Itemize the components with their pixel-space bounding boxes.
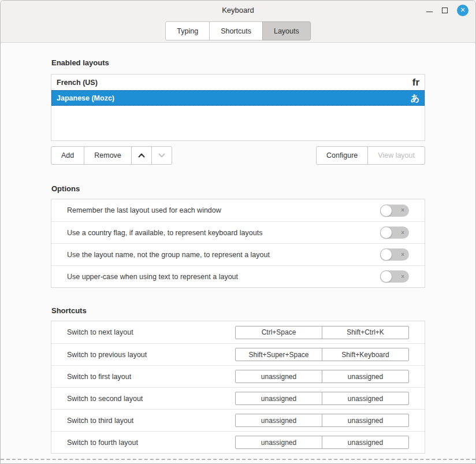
toggle-switch[interactable]: × [380,227,409,239]
toggle-knob [380,248,392,261]
close-icon: ✕ [460,7,465,13]
chevron-up-icon [137,151,146,159]
keybinding-group: unassignedunassigned [235,436,409,449]
toggle-off-x-icon: × [401,251,404,257]
view-layout-button[interactable]: View layout [367,146,425,165]
tab-typing[interactable]: Typing [165,21,210,40]
shortcut-row: Switch to previous layoutShift+Super+Spa… [51,343,425,365]
option-row: Use the layout name, not the group name,… [51,243,425,265]
shortcuts-card: Switch to next layoutCtrl+SpaceShift+Ctr… [51,321,425,454]
enabled-layouts-heading: Enabled layouts [51,58,425,68]
option-label: Use the layout name, not the group name,… [67,251,270,259]
shortcut-row: Switch to fourth layoutunassignedunassig… [51,431,425,453]
keybinding-button[interactable]: Ctrl+Space [235,326,322,339]
option-row: Use upper-case when using text to repres… [51,265,425,287]
toggle-switch[interactable]: × [380,248,409,261]
shortcut-row: Switch to third layoutunassignedunassign… [51,409,425,431]
toggle-switch[interactable]: × [380,205,409,217]
shortcut-row: Switch to next layoutCtrl+SpaceShift+Ctr… [51,321,425,343]
section-shortcuts: Shortcuts Switch to next layoutCtrl+Spac… [51,306,425,454]
toggle-knob [380,270,392,283]
section-options: Options Remember the last layout used fo… [51,184,425,288]
shortcut-label: Switch to first layout [67,373,131,381]
shortcut-label: Switch to next layout [67,328,133,336]
keybinding-button[interactable]: unassigned [322,370,409,383]
minimize-button[interactable] [426,7,433,13]
window: { "window": { "title": "Keyboard", "clos… [0,0,476,464]
option-row: Use a country flag, if available, to rep… [51,221,425,243]
keybinding-button[interactable]: unassigned [322,436,409,449]
keybinding-button[interactable]: unassigned [235,436,322,449]
toggle-off-x-icon: × [401,207,404,213]
keybinding-button[interactable]: unassigned [322,392,409,405]
layout-config-group: Configure View layout [316,146,425,165]
keybinding-button[interactable]: unassigned [235,392,322,405]
toggle-off-x-icon: × [401,229,404,235]
layout-row[interactable]: Japanese (Mozc)あ [51,90,425,106]
keybinding-button[interactable]: Shift+Super+Space [235,348,322,361]
option-label: Use a country flag, if available, to rep… [67,229,262,237]
layout-name: Japanese (Mozc) [57,94,114,102]
toggle-knob [380,227,392,239]
remove-button[interactable]: Remove [84,146,132,165]
chevron-down-icon [158,151,166,159]
keybinding-group: unassignedunassigned [235,414,409,427]
layout-edit-group: Add Remove [51,146,172,165]
tab-layouts[interactable]: Layouts [262,21,311,40]
keybinding-button[interactable]: unassigned [322,414,409,427]
keybinding-group: unassignedunassigned [235,392,409,405]
tab-group: TypingShortcutsLayouts [165,21,310,40]
configure-button[interactable]: Configure [316,146,368,165]
shortcut-row: Switch to first layoutunassignedunassign… [51,365,425,387]
window-title: Keyboard [1,6,475,14]
option-label: Remember the last layout used for each w… [67,206,221,214]
shortcut-label: Switch to fourth layout [67,439,138,447]
layout-name: French (US) [57,79,98,87]
shortcut-row: Switch to second layoutunassignedunassig… [51,387,425,409]
move-up-button[interactable] [131,146,152,165]
toggle-switch[interactable]: × [380,270,409,283]
bottom-resize-handle[interactable] [1,459,475,460]
option-label: Use upper-case when using text to repres… [67,273,238,281]
shortcut-label: Switch to second layout [67,395,143,403]
keybinding-button[interactable]: Shift+Keyboard [322,348,409,361]
section-enabled-layouts: Enabled layouts French (US)frJapanese (M… [51,58,425,165]
keybinding-button[interactable]: unassigned [235,370,322,383]
titlebar[interactable]: Keyboard ✕ [1,1,475,20]
keybinding-button[interactable]: unassigned [235,414,322,427]
keybinding-group: Shift+Super+SpaceShift+Keyboard [235,348,409,361]
move-down-button[interactable] [151,146,172,165]
shortcuts-heading: Shortcuts [51,306,425,315]
toggle-off-x-icon: × [401,273,404,279]
keybinding-group: unassignedunassigned [235,370,409,383]
keybinding-group: Ctrl+SpaceShift+Ctrl+K [235,326,409,339]
layout-badge: あ [411,94,419,102]
layout-row[interactable]: French (US)fr [51,75,425,90]
keybinding-button[interactable]: Shift+Ctrl+K [322,326,409,339]
window-controls: ✕ [426,5,475,16]
toggle-knob [380,205,392,217]
options-heading: Options [51,184,425,194]
add-button[interactable]: Add [51,146,84,165]
shortcut-label: Switch to third layout [67,417,133,425]
option-row: Remember the last layout used for each w… [51,199,425,221]
close-button[interactable]: ✕ [457,5,468,16]
shortcut-label: Switch to previous layout [67,351,147,359]
tab-shortcuts[interactable]: Shortcuts [209,21,263,40]
maximize-button[interactable] [442,8,448,13]
content: Enabled layouts French (US)frJapanese (M… [1,58,475,454]
tab-bar: TypingShortcutsLayouts [1,20,475,43]
layout-list-actions: Add Remove Configure View layout [51,146,425,165]
options-card: Remember the last layout used for each w… [51,199,425,288]
layout-list[interactable]: French (US)frJapanese (Mozc)あ [51,74,425,141]
layout-badge: fr [412,77,419,87]
